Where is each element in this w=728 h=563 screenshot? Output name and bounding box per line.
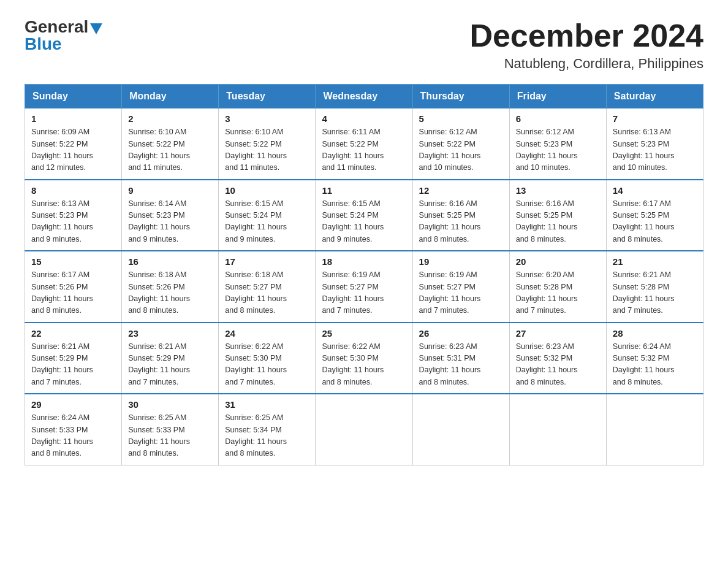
logo-line2: Blue [25,36,62,53]
table-row: 19 Sunrise: 6:19 AM Sunset: 5:27 PM Dayl… [412,251,509,323]
title-section: December 2024 Natubleng, Cordillera, Phi… [469,18,703,72]
table-row: 30 Sunrise: 6:25 AM Sunset: 5:33 PM Dayl… [122,394,219,465]
day-info: Sunrise: 6:25 AM Sunset: 5:33 PM Dayligh… [128,412,212,460]
day-info: Sunrise: 6:19 AM Sunset: 5:27 PM Dayligh… [322,269,406,317]
table-row: 18 Sunrise: 6:19 AM Sunset: 5:27 PM Dayl… [316,251,412,323]
day-number: 17 [225,256,309,267]
page-header: General Blue December 2024 Natubleng, Co… [25,18,703,72]
day-number: 29 [31,399,115,410]
logo-triangle-icon [90,23,102,34]
day-info: Sunrise: 6:19 AM Sunset: 5:27 PM Dayligh… [419,269,503,317]
header-friday: Friday [509,85,606,109]
day-info: Sunrise: 6:18 AM Sunset: 5:27 PM Dayligh… [225,269,309,317]
day-info: Sunrise: 6:25 AM Sunset: 5:34 PM Dayligh… [225,412,309,460]
table-row: 6 Sunrise: 6:12 AM Sunset: 5:23 PM Dayli… [509,109,606,180]
day-info: Sunrise: 6:16 AM Sunset: 5:25 PM Dayligh… [419,198,503,246]
header-monday: Monday [122,85,219,109]
table-row: 17 Sunrise: 6:18 AM Sunset: 5:27 PM Dayl… [219,251,316,323]
day-number: 19 [419,256,503,267]
table-row: 1 Sunrise: 6:09 AM Sunset: 5:22 PM Dayli… [25,109,122,180]
day-number: 5 [419,113,503,124]
day-number: 21 [613,256,697,267]
table-row: 14 Sunrise: 6:17 AM Sunset: 5:25 PM Dayl… [606,180,703,251]
header-saturday: Saturday [606,85,703,109]
table-row: 2 Sunrise: 6:10 AM Sunset: 5:22 PM Dayli… [122,109,219,180]
day-info: Sunrise: 6:23 AM Sunset: 5:32 PM Dayligh… [516,341,600,389]
table-row: 27 Sunrise: 6:23 AM Sunset: 5:32 PM Dayl… [509,323,606,394]
day-number: 4 [322,113,406,124]
day-number: 23 [128,328,212,339]
day-number: 16 [128,256,212,267]
table-row: 15 Sunrise: 6:17 AM Sunset: 5:26 PM Dayl… [25,251,122,323]
location-text: Natubleng, Cordillera, Philippines [469,56,703,72]
table-row: 31 Sunrise: 6:25 AM Sunset: 5:34 PM Dayl… [219,394,316,465]
logo-blue-text: Blue [25,34,62,53]
table-row: 5 Sunrise: 6:12 AM Sunset: 5:22 PM Dayli… [412,109,509,180]
table-row: 28 Sunrise: 6:24 AM Sunset: 5:32 PM Dayl… [606,323,703,394]
day-info: Sunrise: 6:21 AM Sunset: 5:28 PM Dayligh… [613,269,697,317]
day-info: Sunrise: 6:24 AM Sunset: 5:33 PM Dayligh… [31,412,115,460]
table-row: 9 Sunrise: 6:14 AM Sunset: 5:23 PM Dayli… [122,180,219,251]
calendar-table: Sunday Monday Tuesday Wednesday Thursday… [25,84,703,465]
day-info: Sunrise: 6:21 AM Sunset: 5:29 PM Dayligh… [31,341,115,389]
day-info: Sunrise: 6:13 AM Sunset: 5:23 PM Dayligh… [31,198,115,246]
header-tuesday: Tuesday [219,85,316,109]
table-row: 29 Sunrise: 6:24 AM Sunset: 5:33 PM Dayl… [25,394,122,465]
day-number: 1 [31,113,115,124]
table-row [509,394,606,465]
day-info: Sunrise: 6:17 AM Sunset: 5:25 PM Dayligh… [613,198,697,246]
logo: General Blue [25,18,102,53]
day-number: 18 [322,256,406,267]
table-row: 23 Sunrise: 6:21 AM Sunset: 5:29 PM Dayl… [122,323,219,394]
day-info: Sunrise: 6:22 AM Sunset: 5:30 PM Dayligh… [322,341,406,389]
table-row: 12 Sunrise: 6:16 AM Sunset: 5:25 PM Dayl… [412,180,509,251]
day-info: Sunrise: 6:22 AM Sunset: 5:30 PM Dayligh… [225,341,309,389]
table-row [606,394,703,465]
day-number: 11 [322,185,406,196]
day-number: 13 [516,185,600,196]
day-info: Sunrise: 6:12 AM Sunset: 5:22 PM Dayligh… [419,126,503,174]
table-row: 25 Sunrise: 6:22 AM Sunset: 5:30 PM Dayl… [316,323,412,394]
day-number: 22 [31,328,115,339]
day-number: 12 [419,185,503,196]
day-number: 7 [613,113,697,124]
day-number: 25 [322,328,406,339]
day-number: 3 [225,113,309,124]
day-info: Sunrise: 6:12 AM Sunset: 5:23 PM Dayligh… [516,126,600,174]
logo-general-text: General [25,17,88,36]
day-info: Sunrise: 6:24 AM Sunset: 5:32 PM Dayligh… [613,341,697,389]
day-info: Sunrise: 6:13 AM Sunset: 5:23 PM Dayligh… [613,126,697,174]
table-row: 26 Sunrise: 6:23 AM Sunset: 5:31 PM Dayl… [412,323,509,394]
day-info: Sunrise: 6:18 AM Sunset: 5:26 PM Dayligh… [128,269,212,317]
table-row: 4 Sunrise: 6:11 AM Sunset: 5:22 PM Dayli… [316,109,412,180]
day-info: Sunrise: 6:10 AM Sunset: 5:22 PM Dayligh… [128,126,212,174]
day-number: 24 [225,328,309,339]
table-row: 7 Sunrise: 6:13 AM Sunset: 5:23 PM Dayli… [606,109,703,180]
calendar-header-row: Sunday Monday Tuesday Wednesday Thursday… [25,85,703,109]
day-info: Sunrise: 6:09 AM Sunset: 5:22 PM Dayligh… [31,126,115,174]
day-info: Sunrise: 6:23 AM Sunset: 5:31 PM Dayligh… [419,341,503,389]
table-row [412,394,509,465]
day-number: 26 [419,328,503,339]
day-info: Sunrise: 6:20 AM Sunset: 5:28 PM Dayligh… [516,269,600,317]
day-info: Sunrise: 6:21 AM Sunset: 5:29 PM Dayligh… [128,341,212,389]
day-number: 20 [516,256,600,267]
table-row: 10 Sunrise: 6:15 AM Sunset: 5:24 PM Dayl… [219,180,316,251]
day-info: Sunrise: 6:17 AM Sunset: 5:26 PM Dayligh… [31,269,115,317]
day-number: 2 [128,113,212,124]
day-number: 28 [613,328,697,339]
day-number: 10 [225,185,309,196]
day-info: Sunrise: 6:15 AM Sunset: 5:24 PM Dayligh… [322,198,406,246]
table-row: 8 Sunrise: 6:13 AM Sunset: 5:23 PM Dayli… [25,180,122,251]
header-wednesday: Wednesday [316,85,412,109]
day-number: 15 [31,256,115,267]
logo-line1: General [25,18,102,36]
day-info: Sunrise: 6:14 AM Sunset: 5:23 PM Dayligh… [128,198,212,246]
table-row: 3 Sunrise: 6:10 AM Sunset: 5:22 PM Dayli… [219,109,316,180]
day-info: Sunrise: 6:15 AM Sunset: 5:24 PM Dayligh… [225,198,309,246]
day-number: 6 [516,113,600,124]
day-number: 14 [613,185,697,196]
header-thursday: Thursday [412,85,509,109]
day-number: 9 [128,185,212,196]
table-row: 22 Sunrise: 6:21 AM Sunset: 5:29 PM Dayl… [25,323,122,394]
